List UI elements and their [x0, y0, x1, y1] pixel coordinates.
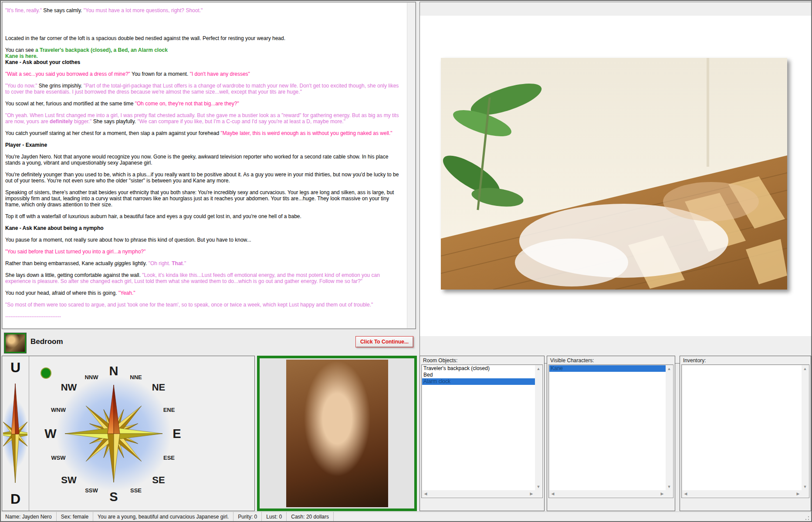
- scroll-down-icon[interactable]: ▼: [535, 483, 542, 490]
- scroll-right-icon[interactable]: ▶: [659, 490, 666, 497]
- story-paragraph: Player - Examine: [5, 142, 403, 148]
- story-text-segment: You pause for a moment, not really sure …: [5, 237, 251, 243]
- story-text-segment: "You do now.": [5, 83, 37, 89]
- story-text-segment: definitely: [50, 118, 73, 125]
- visible-characters-title: Visible Characters:: [550, 357, 594, 364]
- visible-characters-hscroll[interactable]: ◀ ▶: [549, 490, 666, 497]
- story-text-segment: "You must have a lot more questions, rig…: [84, 7, 203, 13]
- status-section: Purity: 0: [233, 512, 262, 522]
- compass-label-NE[interactable]: NE: [152, 382, 166, 393]
- story-paragraph: Kane - Ask Kane about being a nympho: [5, 225, 403, 231]
- status-section: Name: Jayden Nero: [1, 512, 57, 522]
- story-text-segment: She says playfully.: [91, 118, 137, 125]
- click-to-continue-button[interactable]: Click To Continue...: [355, 336, 413, 347]
- scroll-up-icon[interactable]: ▲: [802, 365, 809, 372]
- story-text-segment: "You said before that Lust turned you in…: [5, 249, 145, 255]
- story-text-segment: Player - Examine: [5, 142, 47, 148]
- scroll-down-icon[interactable]: ▼: [802, 483, 809, 490]
- rags-game-window: "It's fine, really." She says calmly. "Y…: [0, 0, 812, 522]
- compass-label-SW[interactable]: SW: [61, 475, 76, 486]
- scroll-left-icon[interactable]: ◀: [422, 490, 429, 497]
- status-section: Lust: 0: [262, 512, 287, 522]
- compass-label-W[interactable]: W: [44, 427, 56, 441]
- compass-label-WNW[interactable]: WNW: [51, 407, 66, 413]
- story-text-segment: "Wait a sec...you said you borrowed a dr…: [5, 71, 130, 77]
- compass-label-SSE[interactable]: SSE: [130, 487, 142, 494]
- compass-label-SE[interactable]: SE: [152, 475, 165, 486]
- story-text-segment: That: [172, 260, 183, 266]
- story-paragraph: Kane is here.: [5, 53, 403, 59]
- inventory-listbox[interactable]: ▲ ▼ ◀ ▶: [681, 364, 809, 498]
- list-item[interactable]: Traveler's backpack (closed): [422, 365, 535, 372]
- story-text-segment: You're Jayden Nero. Not that anyone woul…: [5, 154, 388, 166]
- scroll-right-icon[interactable]: ▶: [528, 490, 535, 497]
- compass-label-ESE[interactable]: ESE: [163, 455, 175, 461]
- scroll-left-icon[interactable]: ◀: [549, 490, 556, 497]
- character-portrait-panel: [257, 356, 417, 511]
- scroll-up-icon[interactable]: ▲: [666, 365, 673, 372]
- story-text-segment: Located in the far corner of the loft is…: [5, 35, 285, 41]
- visible-characters-vscroll[interactable]: ▲ ▼: [666, 365, 673, 490]
- inventory-title: Inventory:: [683, 357, 706, 364]
- story-text-segment: She grins impishly.: [37, 83, 83, 89]
- compass-down[interactable]: D: [2, 491, 29, 507]
- compass-label-N[interactable]: N: [109, 364, 118, 378]
- compass-label-SSW[interactable]: SSW: [85, 487, 98, 494]
- room-objects-vscroll[interactable]: ▲ ▼: [535, 365, 542, 490]
- story-text-segment: Speaking of sisters, there's another tra…: [5, 189, 394, 208]
- story-text-segment: "I don't have any dresses": [190, 71, 250, 77]
- inventory-vscroll[interactable]: ▲ ▼: [802, 365, 809, 490]
- story-text-segment: Kane - Ask about your clothes: [5, 59, 80, 65]
- scroll-left-icon[interactable]: ◀: [682, 490, 689, 497]
- story-text-segment: "Yeah.": [118, 290, 135, 296]
- resize-grip-icon[interactable]: [805, 515, 810, 521]
- story-scrollbar[interactable]: [407, 3, 415, 328]
- compass-label-NNW[interactable]: NNW: [85, 374, 98, 381]
- story-paragraph: You catch yourself staring at her chest …: [5, 130, 403, 136]
- story-paragraph: "Oh yeah. When Lust first changed me int…: [5, 112, 403, 125]
- story-text-segment: Kane is here.: [5, 53, 38, 59]
- story-paragraph: Rather than being embarrassed, Kane actu…: [5, 260, 403, 266]
- scroll-down-icon[interactable]: ▼: [666, 483, 673, 490]
- room-bar: Bedroom Click To Continue...: [2, 330, 416, 354]
- compass-label-NW[interactable]: NW: [61, 382, 77, 393]
- list-item[interactable]: Bed: [422, 372, 535, 378]
- story-text-segment: bigger.": [73, 118, 92, 125]
- story-paragraph: "Wait a sec...you said you borrowed a dr…: [5, 71, 403, 77]
- story-text-segment: "It's fine, really.": [5, 7, 42, 13]
- compass-label-NNE[interactable]: NNE: [130, 374, 142, 381]
- story-paragraph: You can see a Traveler's backpack (close…: [5, 47, 403, 53]
- story-paragraph: Kane - Ask about your clothes: [5, 59, 403, 65]
- story-text-segment: "We can compare if you like, but I'm a C…: [138, 118, 345, 125]
- story-paragraph: Top it off with a waterfall of luxurious…: [5, 213, 403, 219]
- story-paragraph: Speaking of sisters, there's another tra…: [5, 189, 403, 208]
- story-text-segment: Top it off with a waterfall of luxurious…: [5, 213, 301, 219]
- character-portrait-photo[interactable]: [286, 360, 388, 507]
- room-thumbnail-image: [4, 333, 26, 353]
- story-paragraph: You're Jayden Nero. Not that anyone woul…: [5, 154, 403, 166]
- room-objects-panel: Room Objects: Traveler's backpack (close…: [420, 356, 545, 511]
- room-objects-listbox[interactable]: Traveler's backpack (closed)BedAlarm clo…: [421, 364, 543, 498]
- visible-characters-listbox[interactable]: Kane ▲ ▼ ◀ ▶: [548, 364, 673, 498]
- room-objects-hscroll[interactable]: ◀ ▶: [422, 490, 535, 497]
- story-text-segment: a Traveler's backpack (closed), a Bed, a…: [35, 47, 168, 53]
- scroll-up-icon[interactable]: ▲: [535, 365, 542, 372]
- compass-label-WSW[interactable]: WSW: [51, 455, 65, 461]
- story-text: "It's fine, really." She says calmly. "Y…: [2, 2, 407, 329]
- story-text-segment: You can see: [5, 47, 35, 53]
- list-item[interactable]: Alarm clock: [422, 378, 535, 385]
- compass-label-E[interactable]: E: [173, 427, 181, 441]
- inventory-hscroll[interactable]: ◀ ▶: [682, 490, 802, 497]
- story-paragraph: "It's fine, really." She says calmly. "Y…: [5, 7, 403, 13]
- compass-up[interactable]: U: [2, 360, 29, 376]
- story-text-segment: giggles: [115, 260, 131, 266]
- compass-label-S[interactable]: S: [109, 490, 118, 504]
- mini-compass-rose: [3, 377, 27, 491]
- story-panel: "It's fine, really." She says calmly. "Y…: [2, 2, 416, 329]
- compass-rose[interactable]: NNNENEENEEESESESSESSSWSWWSWWWNWNWNNW: [40, 360, 188, 508]
- story-text-segment: You frown for a moment.: [130, 71, 190, 77]
- compass-label-ENE[interactable]: ENE: [163, 407, 175, 413]
- scroll-right-icon[interactable]: ▶: [795, 490, 802, 497]
- status-section: Cash: 20 dollars: [287, 512, 334, 522]
- list-item[interactable]: Kane: [549, 365, 666, 372]
